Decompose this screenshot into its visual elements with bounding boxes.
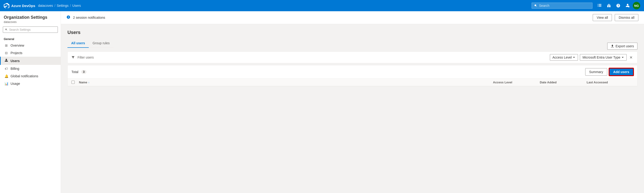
notifications-icon: 🔔 — [4, 74, 8, 78]
top-nav: Azure DevOps datacoves / Settings / User… — [0, 0, 644, 11]
page-content: Users All users Group rules Export users — [61, 24, 644, 92]
entra-label: Microsoft Entra User Type — [582, 56, 620, 59]
search-icon — [5, 28, 8, 31]
checkbox-header[interactable] — [72, 80, 79, 84]
filter-close-button[interactable]: ✕ — [628, 54, 634, 61]
azure-devops-logo-icon — [4, 3, 9, 8]
toolbar: Export users — [607, 43, 638, 50]
notification-bar: 2 session notifications View all Dismiss… — [61, 11, 644, 24]
sidebar-item-label: Projects — [10, 51, 22, 55]
table-header-row: Total 3 Summary Add users — [68, 65, 637, 79]
breadcrumb-users[interactable]: Users — [72, 4, 81, 8]
page-layout: Organization Settings datacoves General … — [0, 11, 644, 193]
nav-logo-text: Azure DevOps — [11, 4, 35, 8]
entra-user-type-dropdown[interactable]: Microsoft Entra User Type — [580, 54, 627, 61]
search-input[interactable] — [539, 4, 590, 8]
total-label: Total — [72, 70, 78, 74]
breadcrumb-datacoves[interactable]: datacoves — [38, 4, 53, 8]
export-users-button[interactable]: Export users — [607, 43, 638, 50]
sidebar-item-overview[interactable]: ⊞ Overview — [0, 42, 61, 49]
chevron-down-icon — [621, 56, 624, 59]
sidebar: Organization Settings datacoves General … — [0, 11, 61, 193]
sidebar-item-users[interactable]: Users — [0, 57, 61, 65]
sort-ascending-icon[interactable]: ↑ — [88, 81, 90, 84]
summary-button[interactable]: Summary — [585, 68, 607, 76]
sidebar-item-global-notifications[interactable]: 🔔 Global notifications — [0, 72, 61, 80]
nav-icons: NG — [595, 2, 640, 10]
page-title: Users — [68, 30, 638, 35]
user-avatar[interactable]: NG — [633, 2, 640, 9]
notification-text: 2 session notifications — [73, 16, 590, 20]
help-icon[interactable] — [614, 2, 622, 10]
chevron-down-icon — [572, 56, 576, 59]
filter-dropdowns: Access Level Microsoft Entra User Type ✕ — [550, 54, 634, 61]
filter-icon — [72, 56, 75, 59]
sidebar-item-usage[interactable]: 📊 Usage — [0, 80, 61, 87]
sidebar-search[interactable] — [3, 26, 58, 33]
org-settings-title: Organization Settings — [4, 15, 57, 20]
users-tabs: All users Group rules — [68, 39, 113, 48]
col-header-date-added: Date Added — [540, 80, 587, 84]
sidebar-item-label: Global notifications — [10, 74, 38, 78]
sidebar-item-label: Billing — [10, 67, 19, 70]
table-column-headers: Name ↑ Access Level Date Added Last Acce… — [68, 79, 637, 86]
download-icon — [611, 44, 614, 48]
col-header-last-accessed: Last Accessed — [587, 80, 634, 84]
col-header-name: Name ↑ — [79, 80, 493, 84]
table-actions: Summary Add users — [585, 68, 634, 76]
sidebar-section-general: General — [0, 36, 61, 42]
overview-icon: ⊞ — [4, 44, 8, 47]
col-header-access-level: Access Level — [493, 80, 540, 84]
sidebar-item-label: Users — [10, 59, 20, 63]
nav-logo[interactable]: Azure DevOps — [4, 3, 35, 8]
main-content: 2 session notifications View all Dismiss… — [61, 11, 644, 193]
access-level-dropdown[interactable]: Access Level — [550, 54, 578, 61]
nav-breadcrumb: datacoves / Settings / Users — [38, 4, 81, 8]
org-title: Organization Settings datacoves — [0, 15, 61, 26]
people-settings-icon[interactable] — [624, 2, 632, 10]
dismiss-all-button[interactable]: Dismiss all — [615, 14, 638, 21]
add-users-button[interactable]: Add users — [609, 68, 634, 76]
sidebar-item-label: Overview — [10, 44, 24, 47]
gift-icon[interactable] — [605, 2, 613, 10]
billing-icon: 🏷 — [4, 67, 8, 70]
sidebar-item-label: Usage — [10, 82, 20, 86]
export-label: Export users — [616, 44, 634, 48]
org-subtitle: datacoves — [4, 20, 57, 24]
filter-placeholder[interactable]: Filter users — [78, 56, 547, 59]
task-list-icon[interactable] — [595, 2, 604, 10]
search-icon — [534, 4, 537, 7]
filter-bar: Filter users Access Level Microsoft Entr… — [68, 52, 638, 63]
total-count: 3 — [81, 70, 87, 74]
sidebar-item-projects[interactable]: ⊟ Projects — [0, 49, 61, 57]
usage-icon: 📊 — [4, 82, 8, 86]
users-icon — [4, 58, 8, 63]
sidebar-item-billing[interactable]: 🏷 Billing — [0, 65, 61, 72]
select-all-checkbox[interactable] — [72, 80, 75, 84]
users-table: Total 3 Summary Add users Name ↑ Ac — [68, 65, 638, 86]
search-bar[interactable] — [532, 2, 592, 9]
projects-icon: ⊟ — [4, 51, 8, 55]
view-all-button[interactable]: View all — [593, 14, 612, 21]
breadcrumb-settings[interactable]: Settings — [57, 4, 68, 8]
info-icon — [66, 15, 70, 20]
access-level-label: Access Level — [552, 56, 572, 59]
tab-group-rules[interactable]: Group rules — [89, 39, 113, 48]
sidebar-search-input[interactable] — [9, 28, 56, 32]
tab-all-users[interactable]: All users — [68, 39, 89, 48]
